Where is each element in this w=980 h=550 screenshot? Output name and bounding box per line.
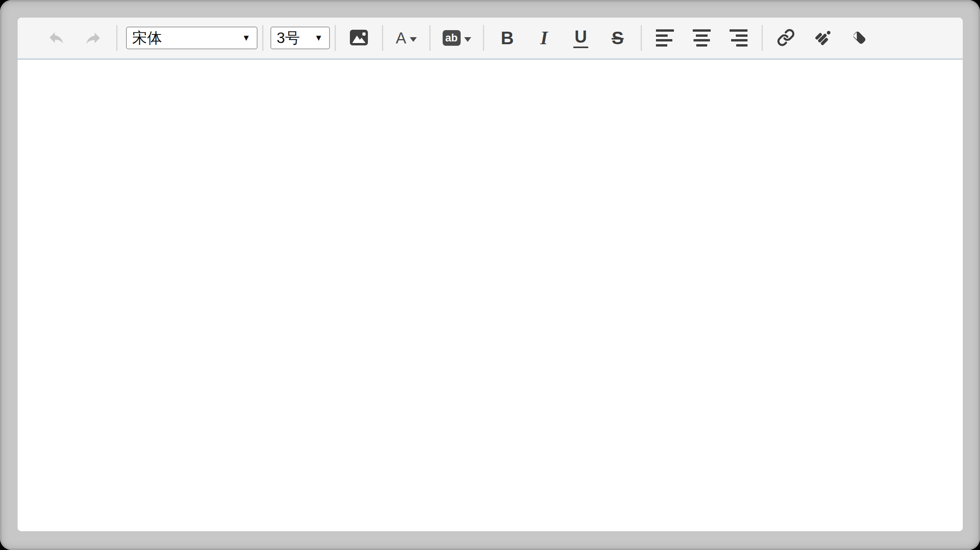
font-family-value: 宋体: [132, 28, 162, 48]
align-center-icon: [693, 29, 711, 47]
highlight-badge: ab: [443, 30, 461, 46]
font-size-value: 3号: [277, 28, 300, 48]
strikethrough-label: S: [612, 29, 624, 47]
undo-button[interactable]: [38, 20, 75, 56]
image-icon: [349, 29, 368, 47]
caret-down-icon: [464, 37, 471, 42]
align-right-button[interactable]: [720, 20, 757, 56]
toolbar-separator: [116, 25, 117, 51]
toolbar-separator: [382, 25, 383, 51]
highlight-color-button[interactable]: ab: [435, 20, 478, 56]
editor-toolbar: 宋体 ▼ 3号 ▼: [18, 18, 963, 60]
toolbar-separator: [262, 25, 263, 51]
toolbar-separator: [641, 25, 642, 51]
font-size-select[interactable]: 3号 ▼: [270, 27, 330, 49]
eraser-button[interactable]: [841, 20, 878, 56]
align-left-button[interactable]: [647, 20, 683, 56]
caret-down-icon: ▼: [314, 34, 323, 42]
align-right-icon: [730, 29, 748, 47]
align-left-icon: [656, 29, 674, 47]
toolbar-separator: [762, 25, 763, 51]
toolbar-separator: [335, 25, 336, 51]
bold-button[interactable]: B: [489, 20, 526, 56]
bold-label: B: [501, 29, 513, 47]
undo-icon: [47, 29, 65, 48]
underline-button[interactable]: U: [562, 20, 599, 56]
caret-down-icon: [410, 37, 417, 42]
eraser-icon: [850, 28, 869, 48]
font-color-button[interactable]: A: [388, 20, 425, 56]
font-color-label: A: [396, 30, 406, 46]
brush-icon: [813, 28, 832, 48]
format-painter-button[interactable]: [804, 20, 841, 56]
font-family-select[interactable]: 宋体 ▼: [126, 27, 258, 49]
rich-text-editor-window: 宋体 ▼ 3号 ▼: [18, 18, 963, 531]
caret-down-icon: ▼: [242, 34, 250, 42]
insert-image-button[interactable]: [340, 20, 377, 56]
toolbar-separator: [483, 25, 484, 51]
toolbar-separator: [429, 25, 431, 51]
editor-content[interactable]: [18, 60, 963, 531]
align-center-button[interactable]: [683, 20, 720, 56]
redo-button[interactable]: [75, 20, 112, 56]
redo-icon: [84, 29, 102, 47]
editor-frame: 宋体 ▼ 3号 ▼: [0, 0, 980, 550]
strikethrough-button[interactable]: S: [599, 20, 636, 56]
insert-link-button[interactable]: [767, 20, 804, 56]
italic-label: I: [540, 29, 548, 47]
underline-label: U: [573, 28, 588, 48]
link-icon: [777, 29, 795, 48]
italic-button[interactable]: I: [526, 20, 562, 56]
